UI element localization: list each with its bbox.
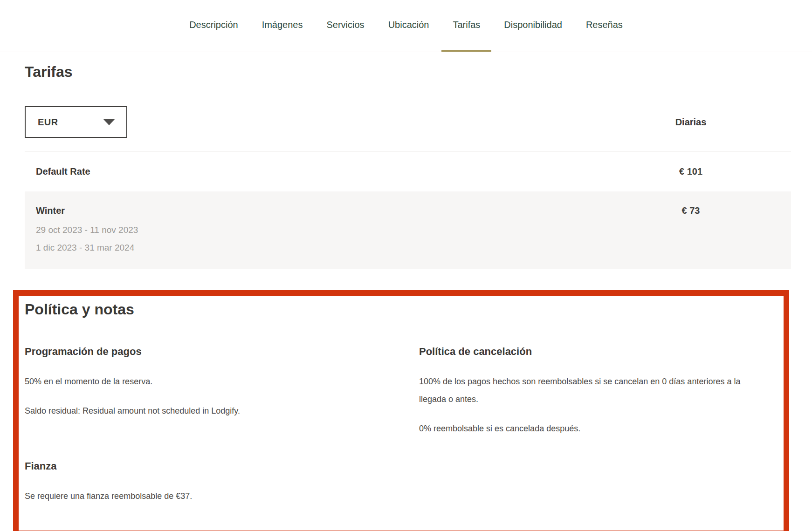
tab-descripcion[interactable]: Descripción — [178, 0, 249, 52]
cancellation-text-2: 0% reembolsable si es cancelada después. — [419, 420, 745, 437]
tab-resenas[interactable]: Reseñas — [575, 0, 634, 52]
tab-disponibilidad[interactable]: Disponibilidad — [493, 0, 573, 52]
cancellation-text-1: 100% de los pagos hechos son reembolsabl… — [419, 373, 745, 408]
tarifas-content: Tarifas EUR Diarias Default Rate € 101 W… — [25, 63, 791, 531]
rate-daily-price: € 73 — [591, 204, 791, 217]
rates-table: Default Rate € 101 Winter 29 oct 2023 - … — [25, 151, 791, 269]
tab-servicios[interactable]: Servicios — [315, 0, 375, 52]
rate-name: Default Rate — [36, 165, 591, 177]
rates-header-row: EUR Diarias — [25, 106, 791, 138]
rate-cell-name: Default Rate — [25, 165, 591, 177]
property-tabs-nav: Descripción Imágenes Servicios Ubicación… — [0, 0, 812, 52]
tab-imagenes[interactable]: Imágenes — [251, 0, 314, 52]
chevron-down-icon — [103, 119, 115, 125]
page-title: Tarifas — [25, 63, 791, 81]
rate-date-range: 29 oct 2023 - 11 nov 2023 1 dic 2023 - 3… — [36, 221, 591, 257]
table-row-default-rate: Default Rate € 101 — [25, 151, 791, 191]
cancellation-title: Política de cancelación — [419, 345, 745, 359]
payment-schedule-text-2: Saldo residual: Residual amount not sche… — [25, 402, 379, 420]
cancellation-section: Política de cancelación 100% de los pago… — [419, 345, 745, 437]
rate-date-range-2: 1 dic 2023 - 31 mar 2024 — [36, 239, 591, 257]
policies-left-column: Programación de pagos 50% en el momento … — [25, 345, 379, 517]
payment-schedule-section: Programación de pagos 50% en el momento … — [25, 345, 379, 420]
policies-section-title: Política y notas — [25, 300, 770, 318]
table-row-winter: Winter 29 oct 2023 - 11 nov 2023 1 dic 2… — [25, 191, 791, 269]
payment-schedule-title: Programación de pagos — [25, 345, 379, 359]
rate-cell-name: Winter 29 oct 2023 - 11 nov 2023 1 dic 2… — [25, 204, 591, 257]
currency-selected-value: EUR — [38, 117, 58, 128]
tab-tarifas[interactable]: Tarifas — [441, 0, 491, 52]
rate-daily-price: € 101 — [591, 165, 791, 177]
deposit-title: Fianza — [25, 459, 379, 473]
tab-ubicacion[interactable]: Ubicación — [377, 0, 440, 52]
daily-column-header: Diarias — [591, 117, 791, 128]
rate-name: Winter — [36, 204, 591, 217]
rate-date-range-1: 29 oct 2023 - 11 nov 2023 — [36, 221, 591, 239]
policies-grid: Programación de pagos 50% en el momento … — [25, 345, 770, 517]
deposit-text: Se requiere una fianza reembolsable de €… — [25, 487, 379, 505]
deposit-section: Fianza Se requiere una fianza reembolsab… — [25, 459, 379, 505]
policies-right-column: Política de cancelación 100% de los pago… — [419, 345, 745, 517]
payment-schedule-text-1: 50% en el momento de la reserva. — [25, 373, 379, 390]
currency-select[interactable]: EUR — [25, 106, 127, 138]
policy-annotation-box: Política y notas Programación de pagos 5… — [13, 290, 789, 531]
